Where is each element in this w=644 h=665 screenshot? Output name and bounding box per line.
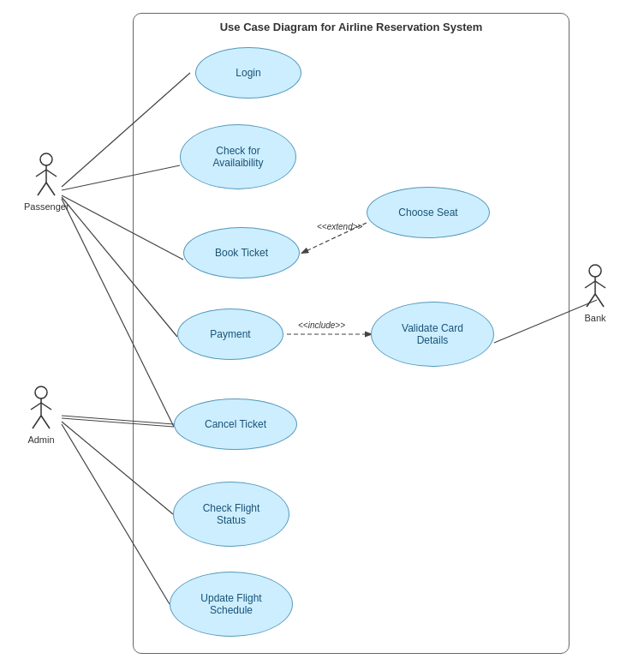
usecase-availability: Check for Availaibility — [180, 124, 296, 189]
usecase-payment: Payment — [177, 309, 283, 360]
svg-line-26 — [41, 416, 50, 428]
diagram-title: Use Case Diagram for Airline Reservation… — [134, 21, 569, 33]
svg-line-17 — [36, 170, 46, 177]
bank-stick-figure — [578, 264, 612, 311]
usecase-validatecard: Validate Card Details — [371, 302, 494, 367]
usecase-login: Login — [195, 47, 301, 99]
svg-point-21 — [35, 386, 47, 398]
svg-line-31 — [587, 294, 595, 307]
svg-line-24 — [41, 403, 51, 410]
passenger-stick-figure — [29, 153, 63, 200]
svg-point-15 — [40, 153, 52, 165]
actor-bank: Bank — [578, 264, 612, 323]
svg-point-27 — [589, 265, 601, 277]
svg-line-18 — [46, 170, 57, 177]
usecase-cancel: Cancel Ticket — [174, 398, 297, 450]
svg-line-25 — [33, 416, 41, 428]
usecase-book: Book Ticket — [183, 227, 300, 279]
svg-line-19 — [38, 183, 46, 195]
svg-line-30 — [595, 281, 605, 288]
diagram-canvas: Use Case Diagram for Airline Reservation… — [0, 0, 644, 665]
actor-admin: Admin — [24, 386, 58, 445]
svg-line-23 — [31, 403, 41, 410]
actor-passenger: Passenger — [24, 153, 69, 212]
usecase-updateflight: Update Flight Schedule — [170, 572, 293, 637]
usecase-flightstatus: Check Flight Status — [173, 482, 289, 547]
svg-line-29 — [585, 281, 595, 288]
svg-line-20 — [46, 183, 55, 195]
svg-line-32 — [595, 294, 604, 307]
admin-stick-figure — [24, 386, 58, 433]
usecase-chooseseat: Choose Seat — [367, 187, 490, 238]
